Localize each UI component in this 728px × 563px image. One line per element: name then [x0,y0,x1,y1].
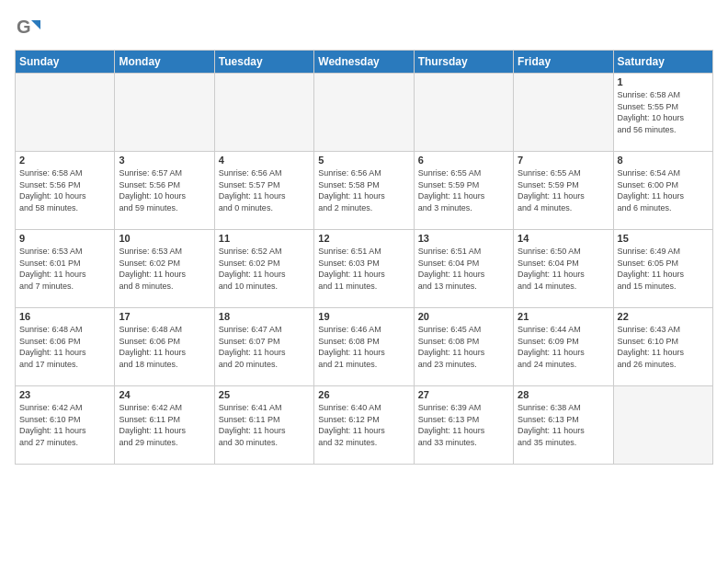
calendar-header-monday: Monday [115,51,214,74]
day-info: Sunrise: 6:55 AM Sunset: 5:59 PM Dayligh… [418,167,509,213]
calendar-header-tuesday: Tuesday [214,51,313,74]
svg-marker-1 [31,20,40,29]
day-number: 1 [618,76,709,87]
day-info: Sunrise: 6:38 AM Sunset: 6:13 PM Dayligh… [518,402,609,448]
day-info: Sunrise: 6:52 AM Sunset: 6:02 PM Dayligh… [219,246,310,292]
day-number: 26 [318,389,409,400]
day-number: 16 [19,311,110,322]
day-info: Sunrise: 6:55 AM Sunset: 5:59 PM Dayligh… [518,167,609,213]
calendar-cell: 15Sunrise: 6:49 AM Sunset: 6:05 PM Dayli… [613,230,712,308]
calendar-header-sunday: Sunday [16,51,115,74]
calendar-cell: 2Sunrise: 6:58 AM Sunset: 5:56 PM Daylig… [16,152,115,230]
logo-icon: G [15,15,40,40]
calendar-cell [414,74,513,152]
calendar-week-4: 23Sunrise: 6:42 AM Sunset: 6:10 PM Dayli… [16,386,713,465]
day-number: 21 [518,311,609,322]
day-number: 17 [119,311,210,322]
day-number: 20 [418,311,509,322]
day-number: 5 [318,155,409,166]
logo: G [15,15,44,40]
calendar-header-row: SundayMondayTuesdayWednesdayThursdayFrid… [16,51,713,74]
calendar-cell: 25Sunrise: 6:41 AM Sunset: 6:11 PM Dayli… [214,386,313,465]
day-info: Sunrise: 6:44 AM Sunset: 6:09 PM Dayligh… [518,324,609,370]
calendar-cell: 8Sunrise: 6:54 AM Sunset: 6:00 PM Daylig… [613,152,712,230]
day-number: 4 [219,155,310,166]
header: G [15,15,713,40]
day-info: Sunrise: 6:48 AM Sunset: 6:06 PM Dayligh… [119,324,210,370]
day-info: Sunrise: 6:46 AM Sunset: 6:08 PM Dayligh… [318,324,409,370]
calendar-cell: 19Sunrise: 6:46 AM Sunset: 6:08 PM Dayli… [314,308,414,386]
day-number: 3 [119,155,210,166]
day-number: 28 [518,389,609,400]
day-info: Sunrise: 6:45 AM Sunset: 6:08 PM Dayligh… [418,324,509,370]
calendar-header-saturday: Saturday [613,51,712,74]
calendar-cell: 7Sunrise: 6:55 AM Sunset: 5:59 PM Daylig… [514,152,613,230]
day-number: 9 [19,233,110,244]
day-number: 10 [119,233,210,244]
day-info: Sunrise: 6:54 AM Sunset: 6:00 PM Dayligh… [618,167,709,213]
day-number: 24 [119,389,210,400]
calendar-week-1: 2Sunrise: 6:58 AM Sunset: 5:56 PM Daylig… [16,152,713,230]
calendar-cell: 22Sunrise: 6:43 AM Sunset: 6:10 PM Dayli… [613,308,712,386]
day-info: Sunrise: 6:49 AM Sunset: 6:05 PM Dayligh… [618,246,709,292]
day-info: Sunrise: 6:58 AM Sunset: 5:56 PM Dayligh… [19,167,110,213]
calendar-week-0: 1Sunrise: 6:58 AM Sunset: 5:55 PM Daylig… [16,74,713,152]
svg-text:G: G [17,17,31,37]
calendar-cell: 21Sunrise: 6:44 AM Sunset: 6:09 PM Dayli… [514,308,613,386]
day-number: 23 [19,389,110,400]
day-number: 6 [418,155,509,166]
calendar-cell: 16Sunrise: 6:48 AM Sunset: 6:06 PM Dayli… [16,308,115,386]
day-info: Sunrise: 6:56 AM Sunset: 5:57 PM Dayligh… [219,167,310,213]
calendar-cell: 13Sunrise: 6:51 AM Sunset: 6:04 PM Dayli… [414,230,513,308]
day-number: 18 [219,311,310,322]
calendar: SundayMondayTuesdayWednesdayThursdayFrid… [15,50,713,465]
calendar-cell: 17Sunrise: 6:48 AM Sunset: 6:06 PM Dayli… [115,308,214,386]
day-info: Sunrise: 6:42 AM Sunset: 6:10 PM Dayligh… [19,402,110,448]
day-info: Sunrise: 6:51 AM Sunset: 6:04 PM Dayligh… [418,246,509,292]
calendar-cell [314,74,414,152]
day-number: 12 [318,233,409,244]
day-info: Sunrise: 6:47 AM Sunset: 6:07 PM Dayligh… [219,324,310,370]
calendar-cell: 27Sunrise: 6:39 AM Sunset: 6:13 PM Dayli… [414,386,513,465]
calendar-cell: 12Sunrise: 6:51 AM Sunset: 6:03 PM Dayli… [314,230,414,308]
day-info: Sunrise: 6:53 AM Sunset: 6:01 PM Dayligh… [19,246,110,292]
day-info: Sunrise: 6:39 AM Sunset: 6:13 PM Dayligh… [418,402,509,448]
day-info: Sunrise: 6:42 AM Sunset: 6:11 PM Dayligh… [119,402,210,448]
calendar-cell: 28Sunrise: 6:38 AM Sunset: 6:13 PM Dayli… [514,386,613,465]
day-info: Sunrise: 6:57 AM Sunset: 5:56 PM Dayligh… [119,167,210,213]
calendar-cell: 14Sunrise: 6:50 AM Sunset: 6:04 PM Dayli… [514,230,613,308]
calendar-cell [115,74,214,152]
calendar-cell [16,74,115,152]
day-number: 19 [318,311,409,322]
day-number: 15 [618,233,709,244]
day-info: Sunrise: 6:41 AM Sunset: 6:11 PM Dayligh… [219,402,310,448]
day-number: 11 [219,233,310,244]
calendar-cell: 11Sunrise: 6:52 AM Sunset: 6:02 PM Dayli… [214,230,313,308]
calendar-cell: 18Sunrise: 6:47 AM Sunset: 6:07 PM Dayli… [214,308,313,386]
calendar-cell: 4Sunrise: 6:56 AM Sunset: 5:57 PM Daylig… [214,152,313,230]
day-number: 2 [19,155,110,166]
calendar-header-friday: Friday [514,51,613,74]
day-number: 8 [618,155,709,166]
day-info: Sunrise: 6:56 AM Sunset: 5:58 PM Dayligh… [318,167,409,213]
calendar-week-2: 9Sunrise: 6:53 AM Sunset: 6:01 PM Daylig… [16,230,713,308]
calendar-cell: 20Sunrise: 6:45 AM Sunset: 6:08 PM Dayli… [414,308,513,386]
calendar-cell: 10Sunrise: 6:53 AM Sunset: 6:02 PM Dayli… [115,230,214,308]
day-info: Sunrise: 6:40 AM Sunset: 6:12 PM Dayligh… [318,402,409,448]
page: G SundayMondayTuesdayWednesdayThursdayFr… [0,0,728,563]
day-number: 7 [518,155,609,166]
calendar-cell: 5Sunrise: 6:56 AM Sunset: 5:58 PM Daylig… [314,152,414,230]
day-info: Sunrise: 6:51 AM Sunset: 6:03 PM Dayligh… [318,246,409,292]
day-number: 27 [418,389,509,400]
calendar-cell: 26Sunrise: 6:40 AM Sunset: 6:12 PM Dayli… [314,386,414,465]
calendar-cell [514,74,613,152]
day-number: 22 [618,311,709,322]
day-number: 13 [418,233,509,244]
day-info: Sunrise: 6:58 AM Sunset: 5:55 PM Dayligh… [618,89,709,135]
calendar-cell: 23Sunrise: 6:42 AM Sunset: 6:10 PM Dayli… [16,386,115,465]
calendar-cell [214,74,313,152]
calendar-cell: 9Sunrise: 6:53 AM Sunset: 6:01 PM Daylig… [16,230,115,308]
calendar-cell: 1Sunrise: 6:58 AM Sunset: 5:55 PM Daylig… [613,74,712,152]
day-info: Sunrise: 6:48 AM Sunset: 6:06 PM Dayligh… [19,324,110,370]
day-number: 25 [219,389,310,400]
